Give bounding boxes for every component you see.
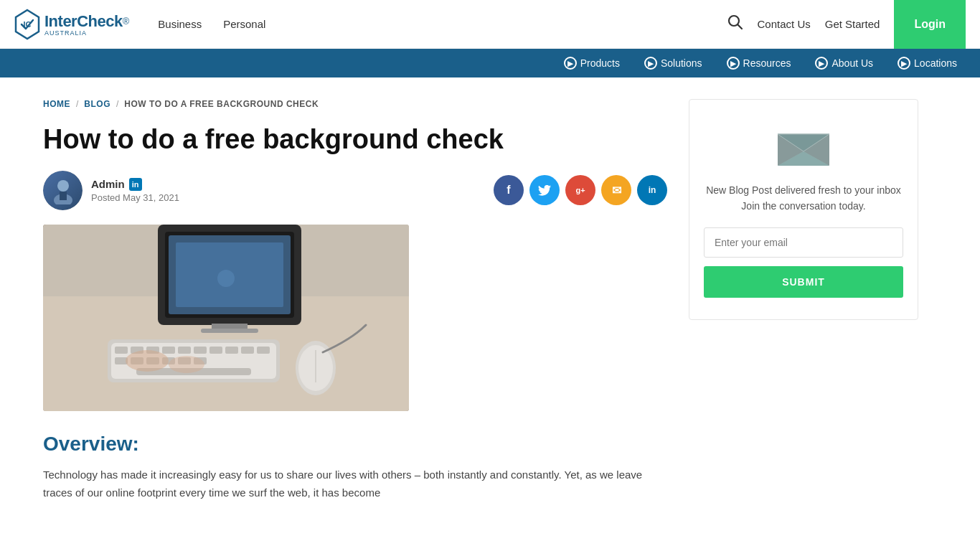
svg-rect-27 <box>257 347 270 354</box>
content-area: HOME / BLOG / HOW TO DO A FREE BACKGROUN… <box>43 99 667 502</box>
svg-rect-14 <box>201 329 258 333</box>
share-email-button[interactable]: ✉ <box>601 175 631 205</box>
article-body: Technology has made it increasingly easy… <box>43 466 667 502</box>
svg-rect-6 <box>60 192 67 200</box>
svg-line-3 <box>738 25 742 29</box>
breadcrumb-current: HOW TO DO A FREE BACKGROUND CHECK <box>124 99 319 109</box>
products-nav-icon: ▶ <box>564 57 577 70</box>
author-row: Admin in Posted May 31, 2021 f g+ ✉ in <box>43 171 667 210</box>
share-twitter-button[interactable] <box>529 175 560 205</box>
author-details: Admin in Posted May 31, 2021 <box>91 178 179 203</box>
overview-title: Overview: <box>43 433 667 456</box>
nav-products[interactable]: ▶ Products <box>555 57 628 70</box>
primary-nav: Business Personal <box>158 18 265 30</box>
nav-resources[interactable]: ▶ Resources <box>718 57 800 70</box>
avatar-image <box>43 171 83 210</box>
logo-tagline: AUSTRALIA <box>44 29 129 37</box>
login-button[interactable]: Login <box>894 0 966 49</box>
newsletter-desc: New Blog Post delivered fresh to your in… <box>704 182 903 215</box>
article-featured-image <box>43 225 409 411</box>
nav-locations[interactable]: ▶ Locations <box>889 57 966 70</box>
locations-label: Locations <box>914 57 957 69</box>
breadcrumb-sep-1: / <box>76 99 78 109</box>
breadcrumb-sep-2: / <box>116 99 118 109</box>
breadcrumb-blog[interactable]: BLOG <box>84 99 110 109</box>
author-date: Posted May 31, 2021 <box>91 192 179 203</box>
svg-point-15 <box>217 270 235 287</box>
nav-business[interactable]: Business <box>158 18 202 30</box>
about-label: About Us <box>831 57 873 69</box>
solutions-nav-icon: ▶ <box>644 57 657 70</box>
logo-registered: ® <box>123 16 130 27</box>
main-wrapper: HOME / BLOG / HOW TO DO A FREE BACKGROUN… <box>0 77 980 524</box>
author-linkedin-icon[interactable]: in <box>129 178 142 191</box>
breadcrumb-home[interactable]: HOME <box>43 99 70 109</box>
article-title: How to do a free background check <box>43 123 667 156</box>
resources-nav-icon: ▶ <box>727 57 740 70</box>
products-label: Products <box>580 57 620 69</box>
nav-personal[interactable]: Personal <box>223 18 265 30</box>
logo-icon: IC <box>14 9 40 40</box>
about-nav-icon: ▶ <box>815 57 828 70</box>
nav-solutions[interactable]: ▶ Solutions <box>636 57 711 70</box>
social-share: f g+ ✉ in <box>494 175 667 205</box>
sidebar: New Blog Post delivered fresh to your in… <box>689 99 918 502</box>
author-info: Admin in Posted May 31, 2021 <box>43 171 179 210</box>
svg-rect-21 <box>162 347 175 354</box>
share-googleplus-button[interactable]: g+ <box>565 175 595 205</box>
solutions-label: Solutions <box>661 57 702 69</box>
svg-point-38 <box>126 350 169 372</box>
contact-us-link[interactable]: Contact Us <box>758 18 811 30</box>
logo-text-wrap: InterCheck ® AUSTRALIA <box>44 12 129 37</box>
svg-rect-26 <box>241 347 254 354</box>
locations-nav-icon: ▶ <box>897 57 910 70</box>
author-name-text: Admin <box>91 178 125 190</box>
svg-point-4 <box>57 180 69 192</box>
nav-about-us[interactable]: ▶ About Us <box>806 57 882 70</box>
author-name-row: Admin in <box>91 178 179 191</box>
article-image-svg <box>43 225 409 411</box>
main-header: IC InterCheck ® AUSTRALIA Business Perso… <box>0 0 980 49</box>
header-left: IC InterCheck ® AUSTRALIA Business Perso… <box>14 9 265 40</box>
newsletter-card: New Blog Post delivered fresh to your in… <box>689 99 918 320</box>
get-started-link[interactable]: Get Started <box>825 18 880 30</box>
share-facebook-button[interactable]: f <box>494 175 524 205</box>
search-button[interactable] <box>727 14 743 34</box>
breadcrumb: HOME / BLOG / HOW TO DO A FREE BACKGROUN… <box>43 99 667 109</box>
svg-rect-24 <box>209 347 222 354</box>
svg-rect-13 <box>212 324 248 329</box>
logo-name: InterCheck <box>44 12 123 31</box>
envelope-icon <box>775 121 832 168</box>
image-scene <box>43 225 409 411</box>
svg-point-39 <box>169 356 204 373</box>
resources-label: Resources <box>743 57 791 69</box>
svg-rect-25 <box>225 347 238 354</box>
svg-rect-22 <box>178 347 191 354</box>
share-linkedin-button[interactable]: in <box>637 175 667 205</box>
logo[interactable]: IC InterCheck ® AUSTRALIA <box>14 9 129 40</box>
email-input[interactable] <box>704 227 903 258</box>
svg-rect-18 <box>115 347 128 354</box>
author-avatar <box>43 171 83 210</box>
secondary-nav: ▶ Products ▶ Solutions ▶ Resources ▶ Abo… <box>0 49 980 77</box>
svg-rect-23 <box>194 347 207 354</box>
search-icon <box>727 14 743 30</box>
submit-button[interactable]: SUBMIT <box>704 266 903 298</box>
header-right: Contact Us Get Started Login <box>727 0 966 49</box>
